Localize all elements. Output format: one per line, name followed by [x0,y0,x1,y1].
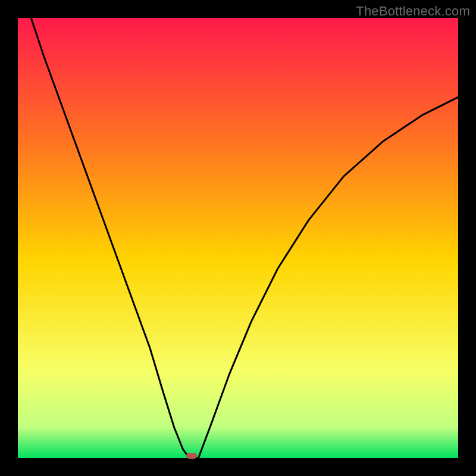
watermark-text: TheBottleneck.com [356,4,470,19]
chart-frame: TheBottleneck.com [0,0,476,476]
optimum-marker [186,453,197,459]
bottleneck-plot [18,18,458,458]
plot-background [18,18,458,458]
